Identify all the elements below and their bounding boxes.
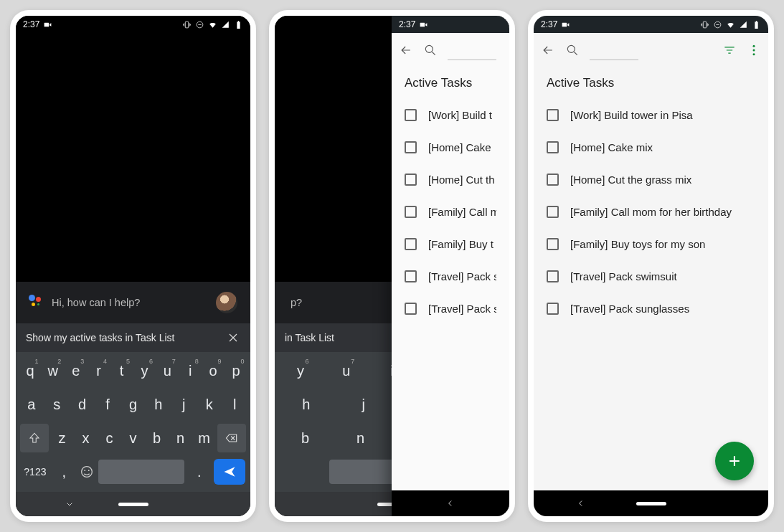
- nav-home-pill[interactable]: [636, 502, 666, 505]
- keyboard[interactable]: q1w2e3r4t5y6u7i8o9p0 asdfghjkl zxcvbnm ?…: [16, 352, 250, 492]
- task-checkbox[interactable]: [405, 303, 417, 315]
- key-d[interactable]: d: [72, 390, 93, 419]
- task-checkbox[interactable]: [405, 270, 417, 282]
- screen-2: . p? in Task List y6u7i8o9p0 hjkl bnm .: [275, 16, 509, 516]
- task-checkbox[interactable]: [405, 238, 417, 250]
- keyboard-row-1: q1w2e3r4t5y6u7i8o9p0: [19, 356, 247, 385]
- signal-icon: [739, 20, 748, 29]
- key-t[interactable]: t5: [111, 356, 132, 385]
- task-item[interactable]: [Home] Cut the grass mix: [534, 163, 768, 196]
- task-checkbox[interactable]: [547, 174, 559, 186]
- key-shift[interactable]: [20, 424, 49, 452]
- task-checkbox[interactable]: [547, 206, 559, 218]
- key-b[interactable]: b: [295, 424, 316, 452]
- nav-back-icon[interactable]: [445, 498, 455, 508]
- key-e[interactable]: e3: [65, 356, 86, 385]
- key-y[interactable]: y6: [290, 356, 311, 385]
- task-checkbox[interactable]: [405, 109, 417, 121]
- key-n[interactable]: n: [350, 424, 371, 452]
- task-item[interactable]: [Home] Cut th: [392, 163, 509, 196]
- more-icon[interactable]: [747, 43, 761, 57]
- key-u[interactable]: u7: [157, 356, 178, 385]
- key-c[interactable]: c: [99, 424, 120, 452]
- filter-icon[interactable]: [722, 43, 737, 57]
- wifi-icon: [726, 20, 735, 29]
- key-q[interactable]: q1: [19, 356, 40, 385]
- task-text: [Travel] Pack swimsuit: [570, 270, 677, 282]
- key-g[interactable]: g: [123, 390, 143, 419]
- emoji-icon[interactable]: [79, 464, 95, 480]
- key-comma[interactable]: ,: [54, 457, 75, 486]
- send-icon: [222, 465, 237, 479]
- key-k[interactable]: k: [199, 390, 219, 419]
- task-checkbox[interactable]: [547, 270, 559, 282]
- fab-add-task[interactable]: +: [715, 442, 754, 480]
- search-icon[interactable]: [423, 43, 438, 57]
- key-w[interactable]: w2: [42, 356, 63, 385]
- key-i[interactable]: i8: [180, 356, 201, 385]
- nav-home-pill[interactable]: [118, 503, 148, 506]
- key-l[interactable]: l: [225, 390, 245, 419]
- task-text: [Work] Build t: [428, 109, 492, 121]
- key-j[interactable]: j: [353, 390, 374, 419]
- task-item[interactable]: [Home] Cake: [392, 131, 509, 163]
- key-h[interactable]: h: [296, 390, 316, 419]
- task-item[interactable]: [Travel] Pack s: [392, 293, 509, 325]
- task-text: [Travel] Pack sunglasses: [570, 303, 689, 315]
- search-input[interactable]: [590, 60, 638, 60]
- task-item[interactable]: [Travel] Pack swimsuit: [534, 260, 768, 293]
- key-h[interactable]: h: [148, 390, 169, 419]
- user-avatar[interactable]: [216, 292, 237, 313]
- key-period[interactable]: .: [189, 457, 209, 486]
- task-item[interactable]: [Home] Cake mix: [534, 131, 768, 163]
- key-y[interactable]: y6: [134, 356, 155, 385]
- search-input[interactable]: [448, 60, 496, 60]
- task-checkbox[interactable]: [405, 206, 417, 218]
- key-u[interactable]: u7: [336, 356, 356, 385]
- assistant-logo-icon: [29, 295, 42, 310]
- task-text: [Work] Build tower in Pisa: [570, 109, 693, 121]
- dnd-icon: [195, 20, 204, 29]
- back-arrow-icon[interactable]: [541, 43, 555, 57]
- task-checkbox[interactable]: [547, 141, 559, 153]
- task-checkbox[interactable]: [405, 141, 417, 153]
- key-m[interactable]: m: [194, 424, 214, 452]
- task-item[interactable]: [Family] Call mom for her birthday: [534, 196, 768, 228]
- task-item[interactable]: [Family] Call m: [392, 196, 509, 228]
- key-p[interactable]: p0: [225, 356, 246, 385]
- task-checkbox[interactable]: [405, 174, 417, 186]
- search-icon[interactable]: [565, 43, 580, 57]
- back-arrow-icon[interactable]: [399, 43, 413, 57]
- task-item[interactable]: [Travel] Pack sunglasses: [534, 293, 768, 325]
- key-b[interactable]: b: [146, 424, 167, 452]
- task-item[interactable]: [Work] Build t: [392, 99, 509, 131]
- key-o[interactable]: o9: [203, 356, 224, 385]
- key-x[interactable]: x: [75, 424, 96, 452]
- key-send[interactable]: [214, 459, 245, 485]
- task-text: [Home] Cake: [428, 141, 491, 153]
- key-symbols[interactable]: ?123: [21, 466, 49, 478]
- key-n[interactable]: n: [170, 424, 191, 452]
- key-r[interactable]: r4: [88, 356, 109, 385]
- suggestion-row[interactable]: Show my active tasks in Task List: [16, 323, 250, 352]
- nav-down-icon[interactable]: [64, 498, 75, 510]
- nav-back-icon[interactable]: [576, 498, 586, 508]
- task-item[interactable]: [Family] Buy t: [392, 228, 509, 260]
- close-icon[interactable]: [226, 331, 240, 345]
- key-f[interactable]: f: [98, 390, 118, 419]
- task-item[interactable]: [Travel] Pack s: [392, 260, 509, 293]
- key-j[interactable]: j: [174, 390, 194, 419]
- key-v[interactable]: v: [123, 424, 143, 452]
- task-checkbox[interactable]: [547, 303, 559, 315]
- toolbar: [534, 33, 768, 67]
- task-checkbox[interactable]: [547, 109, 559, 121]
- key-z[interactable]: z: [52, 424, 72, 452]
- task-checkbox[interactable]: [547, 238, 559, 250]
- task-item[interactable]: [Work] Build tower in Pisa: [534, 99, 768, 131]
- status-time: 2:37: [23, 19, 39, 29]
- key-a[interactable]: a: [21, 390, 42, 419]
- task-item[interactable]: [Family] Buy toys for my son: [534, 228, 768, 260]
- key-backspace[interactable]: [217, 424, 246, 452]
- key-s[interactable]: s: [47, 390, 67, 419]
- key-space[interactable]: [98, 460, 184, 484]
